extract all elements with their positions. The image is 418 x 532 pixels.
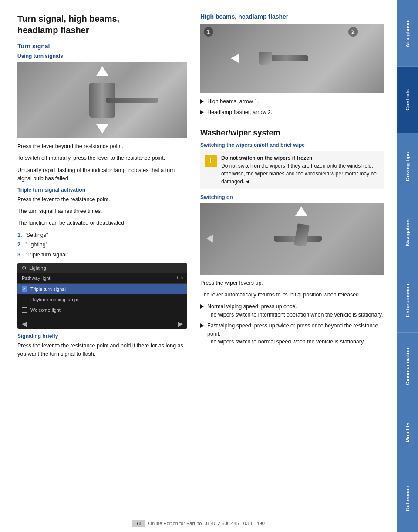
triple-text-2: The turn signal flashes three times. (17, 207, 187, 215)
headlamp-sim: 1 2 (200, 24, 384, 93)
sidebar-item-navigation[interactable]: Navigation (397, 199, 418, 266)
label-1: 1 (204, 27, 213, 37)
menu-item-left: ✓ Triple turn signal (22, 286, 66, 292)
warning-box: ! Do not switch on the wipers if frozen … (200, 151, 384, 189)
arrow-down-icon (96, 124, 108, 134)
wiper-sim (200, 203, 384, 275)
wiper-text-2: The lever automatically returns to its i… (200, 291, 384, 299)
signaling-text: Press the lever to the resistance point … (17, 342, 187, 359)
triangle-bullet-icon (200, 323, 204, 328)
triangle-bullet-icon (200, 304, 204, 309)
page-footer: 71 Online Edition for Part no. 01 40 2 6… (0, 520, 397, 527)
menu-pathway: Pathway light: 0 s (17, 273, 187, 284)
sidebar-item-driving-tips[interactable]: Driving tips (397, 133, 418, 200)
page-title: Turn signal, high beams, headlamp flashe… (17, 13, 187, 36)
left-arrow-icon (206, 234, 213, 243)
left-column: Turn signal, high beams, headlamp flashe… (17, 13, 187, 519)
sidebar-item-mobility[interactable]: Mobility (397, 399, 418, 466)
page-number: 71 (132, 520, 145, 527)
sidebar-item-entertainment[interactable]: Entertainment (397, 266, 418, 333)
menu-item-left: Daytime running lamps (22, 297, 80, 302)
checkbox-triple: ✓ (22, 286, 27, 292)
list-item: 1. "Settings" (17, 231, 187, 239)
switching-on-heading: Switching on (200, 194, 384, 200)
headlamp-arrow-icon (231, 54, 239, 63)
car-image-simulation (17, 62, 187, 138)
checkbox-welcome (22, 307, 27, 313)
turn-signal-image (17, 62, 187, 138)
using-text-1: Press the lever beyond the resistance po… (17, 142, 187, 151)
bullet-headlamp-flasher: Headlamp flasher, arrow 2. (200, 108, 384, 117)
arrow-up-icon (96, 66, 108, 76)
using-turn-signals-heading: Using turn signals (17, 53, 187, 59)
bullet-high-beams: High beams, arrow 1. (200, 98, 384, 106)
turn-signal-heading: Turn signal (17, 43, 187, 50)
wiper-arrow-up-icon (295, 206, 307, 216)
triangle-bullet-icon (200, 99, 204, 104)
headlamp-image: 1 2 (200, 24, 384, 93)
menu-right-arrow: ▶ (178, 320, 183, 328)
numbered-list: 1. "Settings" 2. "Lighting" 3. "Triple t… (17, 231, 187, 259)
switching-on-off-heading: Switching the wipers on/off and brief wi… (200, 142, 384, 148)
wiper-image (200, 203, 384, 275)
sidebar-item-at-a-glance[interactable]: At a glance (397, 0, 418, 67)
sidebar-item-communication[interactable]: Communication (397, 333, 418, 399)
triple-heading: Triple turn signal activation (17, 187, 187, 193)
signaling-briefly-heading: Signaling briefly (17, 333, 187, 339)
list-item: 2. "Lighting" (17, 241, 187, 249)
wiper-text-1: Press the wiper levers up. (200, 279, 384, 287)
washer-wiper-heading: Washer/wiper system (200, 124, 384, 138)
menu-left-arrow: ◀ (22, 320, 27, 328)
sidebar: At a glance Controls Driving tips Naviga… (397, 0, 418, 532)
menu-title: ⚙ Lighting (17, 263, 187, 273)
using-text-3: Unusually rapid flashing of the indicato… (17, 166, 187, 183)
menu-nav: ◀ ▶ (17, 317, 187, 329)
triple-text-3: The function can be activated or deactiv… (17, 219, 187, 227)
using-text-2: To switch off manually, press the lever … (17, 154, 187, 162)
bullet-fast-speed: Fast wiping speed: press up twice or pre… (200, 322, 384, 346)
menu-triple: ✓ Triple turn signal (17, 284, 187, 294)
sidebar-item-controls[interactable]: Controls (397, 67, 418, 133)
lighting-menu-sim: ⚙ Lighting Pathway light: 0 s ✓ Triple t… (17, 263, 187, 329)
sidebar-item-reference[interactable]: Reference (397, 465, 418, 532)
menu-item-left: Welcome light (22, 307, 61, 313)
lighting-menu-image: ⚙ Lighting Pathway light: 0 s ✓ Triple t… (17, 263, 187, 329)
label-2: 2 (348, 27, 358, 37)
menu-welcome: Welcome light (17, 305, 187, 315)
page-container: Turn signal, high beams, headlamp flashe… (0, 0, 418, 532)
checkbox-daytime (22, 297, 27, 302)
triple-text-1: Press the lever to the resistance point. (17, 195, 187, 204)
high-beams-heading: High beams, headlamp flasher (200, 13, 384, 20)
right-column: High beams, headlamp flasher 1 2 High be… (200, 13, 384, 519)
bullet-normal-speed: Normal wiping speed: press up once. The … (200, 303, 384, 319)
warning-icon: ! (205, 155, 217, 167)
footer-text: Online Edition for Part no. 01 40 2 606 … (148, 521, 265, 526)
menu-daytime: Daytime running lamps (17, 294, 187, 305)
list-item: 3. "Triple turn signal" (17, 251, 187, 259)
main-content: Turn signal, high beams, headlamp flashe… (0, 0, 397, 532)
warning-text: Do not switch on the wipers if frozen Do… (221, 154, 380, 185)
triangle-bullet-icon (200, 110, 204, 114)
